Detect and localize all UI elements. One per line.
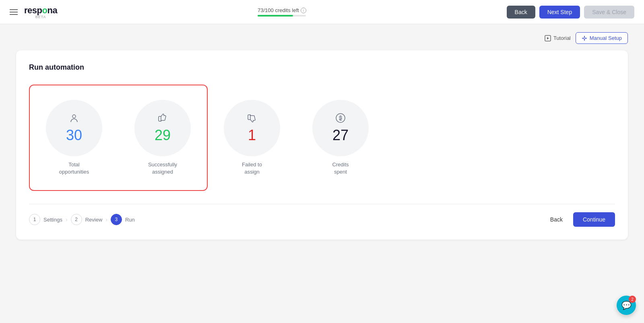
header-right: Back Next Step Save & Close (507, 6, 634, 19)
header: respona BETA 73/100 credits left i Back … (0, 0, 644, 24)
stat-circle-credits: 27 (312, 100, 369, 156)
top-actions: Tutorial Manual Setup (16, 32, 628, 44)
main-content: Tutorial Manual Setup Run automation (0, 24, 644, 248)
card-title: Run automation (29, 63, 615, 72)
manual-setup-button[interactable]: Manual Setup (576, 32, 628, 44)
credits-info-icon[interactable]: i (301, 8, 306, 13)
step-label-run: Run (125, 217, 135, 223)
stat-successfully-assigned: 29 Successfullyassigned (118, 92, 207, 184)
credits-bar-fill (258, 15, 293, 17)
thumbs-up-icon (157, 112, 168, 124)
step-circle-review: 2 (71, 214, 82, 225)
logo-text: respona (24, 5, 57, 16)
stat-credits-spent: 27 Creditsspent (296, 92, 385, 184)
stat-total-opportunities: 30 Totalopportunities (30, 92, 118, 184)
save-close-button: Save & Close (584, 6, 634, 19)
credits-section: 73/100 credits left i (258, 7, 306, 17)
next-step-button[interactable]: Next Step (539, 6, 580, 19)
continue-button[interactable]: Continue (573, 212, 615, 227)
step-arrow-1: › (66, 216, 68, 223)
credits-label: Creditsspent (332, 161, 349, 176)
logo: respona BETA (24, 5, 57, 19)
step-label-review: Review (85, 217, 103, 223)
failed-number: 1 (248, 127, 256, 144)
credits-text: 73/100 credits left i (258, 7, 306, 13)
stat-circle-assigned: 29 (134, 100, 191, 156)
svg-point-2 (72, 115, 76, 118)
footer-buttons: Back Continue (544, 212, 615, 227)
stat-circle-failed: 1 (224, 100, 280, 156)
step-circle-settings: 1 (29, 214, 40, 225)
play-icon (545, 35, 551, 41)
svg-marker-1 (547, 37, 549, 39)
dollar-circle-icon (335, 112, 346, 124)
failed-label: Failed toassign (242, 161, 262, 176)
back-button[interactable]: Back (507, 6, 535, 19)
steps-progress: 1 Settings › 2 Review › 3 Run (29, 214, 135, 225)
step-circle-run: 3 (111, 214, 122, 225)
sparkle-icon (582, 35, 587, 41)
step-review: 2 Review (71, 214, 103, 225)
opportunities-number: 30 (66, 127, 82, 144)
progress-footer: 1 Settings › 2 Review › 3 Run (29, 204, 615, 227)
logo-beta: BETA (35, 15, 46, 19)
credits-bar (258, 15, 306, 17)
step-arrow-2: › (105, 216, 107, 223)
stat-failed-assign: 1 Failed toassign (208, 92, 296, 184)
credits-number: 27 (332, 127, 349, 144)
thumbs-down-icon (246, 112, 258, 124)
stats-row: 30 Totalopportunities 29 Successfullyass… (29, 85, 615, 191)
svg-point-5 (336, 114, 345, 122)
tutorial-button[interactable]: Tutorial (545, 35, 571, 41)
header-left: respona BETA (10, 5, 57, 19)
hamburger-menu[interactable] (10, 9, 18, 15)
footer-back-button[interactable]: Back (544, 212, 569, 227)
step-run: 3 Run (111, 214, 135, 225)
step-label-settings: Settings (43, 217, 62, 223)
step-settings: 1 Settings (29, 214, 62, 225)
run-automation-card: Run automation 30 Totalopportunities (16, 50, 628, 240)
stat-circle-opportunities: 30 (46, 100, 102, 156)
highlighted-stats-box: 30 Totalopportunities 29 Successfullyass… (29, 85, 208, 191)
assigned-number: 29 (155, 127, 171, 144)
opportunities-label: Totalopportunities (59, 161, 89, 176)
assigned-label: Successfullyassigned (148, 161, 177, 176)
person-icon (68, 112, 80, 124)
